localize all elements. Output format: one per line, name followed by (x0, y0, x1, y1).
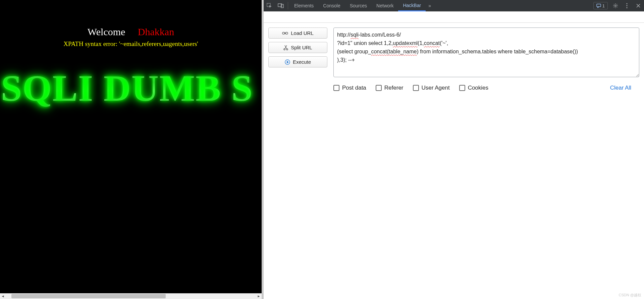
referer-label: Referer (384, 85, 404, 91)
cookies-checkbox[interactable] (459, 85, 465, 91)
tab-elements[interactable]: Elements (289, 0, 318, 11)
hackbar-options-row: Post data Referer User Agent Cookies Cle… (264, 77, 644, 91)
cookies-option[interactable]: Cookies (459, 85, 488, 91)
banner-text: SQLI DUMB S (1, 67, 253, 110)
more-icon[interactable] (621, 0, 633, 11)
kebab-icon (626, 3, 628, 8)
link-icon (282, 31, 288, 36)
svg-point-6 (626, 5, 627, 6)
close-icon (636, 3, 641, 8)
devtools-panel: Elements Console Sources Network HackBar… (264, 0, 644, 299)
gear-icon (613, 3, 618, 8)
tab-console[interactable]: Console (318, 0, 345, 11)
svg-rect-2 (281, 4, 283, 8)
user-name: Dhakkan (138, 26, 174, 37)
tabbar-separator (288, 2, 288, 9)
post-data-option[interactable]: Post data (333, 85, 366, 91)
scroll-track[interactable] (6, 293, 256, 299)
svg-point-7 (626, 7, 627, 8)
url-input[interactable]: http://sqli-labs.com/Less-6/?id=1" union… (333, 28, 639, 77)
svg-point-11 (284, 49, 285, 50)
tab-network[interactable]: Network (372, 0, 398, 11)
play-icon (285, 59, 290, 65)
devtools-tabbar: Elements Console Sources Network HackBar… (264, 0, 644, 11)
split-url-button[interactable]: Split URL (268, 42, 327, 53)
message-count-value: 1 (602, 3, 605, 8)
hackbar-button-column: Load URL Split URL Execute (268, 28, 327, 77)
svg-rect-10 (284, 33, 286, 34)
user-agent-checkbox[interactable] (413, 85, 419, 91)
device-toolbar-icon[interactable] (275, 0, 286, 11)
referer-option[interactable]: Referer (376, 85, 404, 91)
user-agent-option[interactable]: User Agent (413, 85, 450, 91)
split-url-label: Split URL (291, 45, 312, 50)
tabs-overflow[interactable]: » (426, 0, 434, 11)
load-url-button[interactable]: Load URL (268, 28, 327, 39)
post-data-label: Post data (342, 85, 366, 91)
clear-all-link[interactable]: Clear All (610, 85, 637, 91)
welcome-text: Welcome (88, 26, 125, 37)
welcome-heading: Welcome Dhakkan (88, 26, 174, 38)
message-icon (596, 3, 601, 8)
devtools-secondary-bar (264, 11, 644, 23)
svg-rect-3 (597, 4, 601, 7)
user-agent-label: User Agent (422, 85, 450, 91)
settings-icon[interactable] (610, 0, 621, 11)
inspect-element-icon[interactable] (264, 0, 275, 11)
execute-button[interactable]: Execute (268, 56, 327, 67)
tab-hackbar[interactable]: HackBar (398, 0, 426, 11)
scissors-icon (283, 45, 288, 50)
svg-point-12 (286, 49, 288, 50)
load-url-label: Load URL (291, 30, 314, 36)
svg-point-4 (615, 5, 616, 7)
scroll-left-arrow[interactable]: ◄ (0, 293, 6, 299)
close-devtools-icon[interactable] (633, 0, 644, 11)
cookies-label: Cookies (468, 85, 488, 91)
post-data-checkbox[interactable] (333, 85, 339, 91)
console-message-count[interactable]: 1 (593, 2, 608, 9)
webpage-viewport: Welcome Dhakkan XPATH syntax error: '~em… (0, 0, 262, 299)
watermark: CSDN @越枝 (619, 293, 641, 298)
tab-sources[interactable]: Sources (345, 0, 372, 11)
error-message: XPATH syntax error: '~emails,referers,ua… (63, 40, 198, 48)
scroll-right-arrow[interactable]: ► (256, 293, 262, 299)
svg-point-5 (626, 3, 627, 4)
horizontal-scrollbar[interactable]: ◄ ► (0, 293, 262, 299)
referer-checkbox[interactable] (376, 85, 382, 91)
scroll-thumb[interactable] (11, 294, 166, 298)
execute-label: Execute (293, 59, 311, 65)
